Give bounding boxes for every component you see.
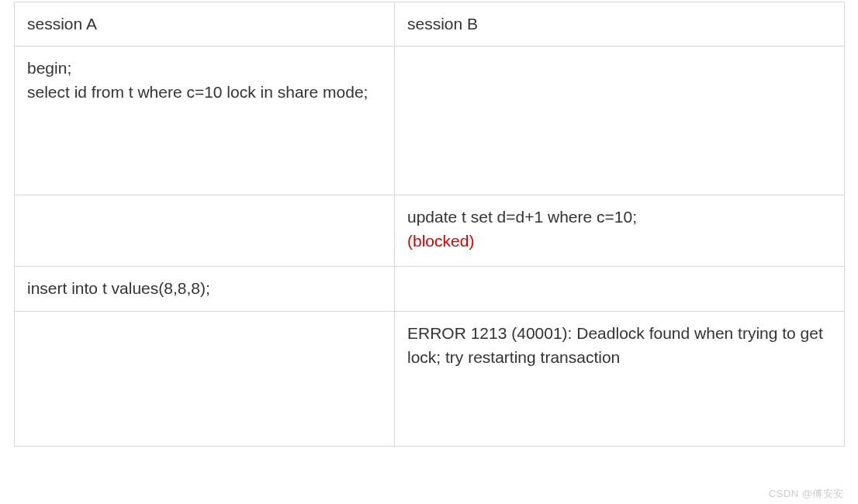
table-row: ERROR 1213 (40001): Deadlock found when …: [15, 312, 845, 447]
cell-session-a: [15, 312, 395, 447]
cell-session-a: [15, 195, 395, 267]
sql-statement: begin;: [27, 59, 71, 77]
cell-session-b: [395, 47, 845, 195]
blocked-status: (blocked): [407, 232, 474, 250]
cell-session-b: ERROR 1213 (40001): Deadlock found when …: [395, 312, 845, 447]
table-row: update t set d=d+1 where c=10; (blocked): [15, 195, 845, 267]
header-session-b: session B: [395, 2, 845, 47]
sql-statement: update t set d=d+1 where c=10;: [407, 208, 637, 226]
sql-statement: select id from t where c=10 lock in shar…: [27, 83, 368, 101]
cell-session-a: insert into t values(8,8,8);: [15, 267, 395, 312]
cell-session-b: update t set d=d+1 where c=10; (blocked): [395, 195, 845, 267]
table-header-row: session A session B: [15, 2, 845, 47]
cell-session-a: begin; select id from t where c=10 lock …: [15, 47, 395, 195]
table-row: insert into t values(8,8,8);: [15, 267, 845, 312]
cell-session-b: [395, 267, 845, 312]
table-row: begin; select id from t where c=10 lock …: [15, 47, 845, 195]
header-session-a: session A: [15, 2, 395, 47]
sql-session-table: session A session B begin; select id fro…: [14, 2, 845, 447]
watermark: CSDN @傅安安: [769, 487, 844, 501]
